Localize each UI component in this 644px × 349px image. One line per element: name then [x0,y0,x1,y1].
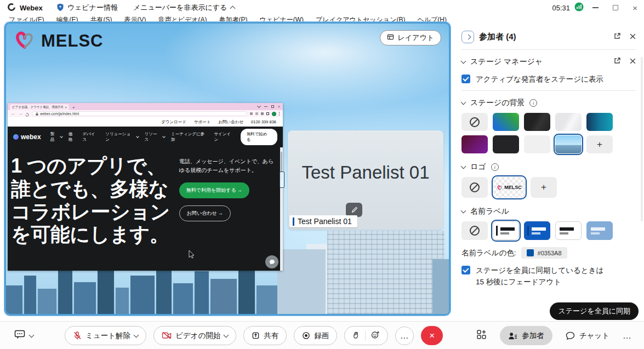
brand-wordmark: MELSC [41,31,104,51]
url-field[interactable]: webex.com/ja/index.html [32,111,247,116]
hero-contact-button[interactable]: お問い合わせ → [179,205,231,221]
background-info-icon[interactable]: i [529,99,537,107]
label-option-white-plain[interactable] [555,221,582,240]
hero-start-free-button[interactable]: 無料で利用を開始する → [179,182,249,198]
bg-swatch-teal[interactable] [586,113,613,131]
chevron-down-icon[interactable] [461,100,466,105]
panelist-video-tile[interactable]: Test Panelist 01 Test Panelist 01 [288,130,443,230]
close-stage-manager-icon[interactable] [629,57,636,67]
utility-support-link[interactable]: サポート [194,119,211,125]
sync-fade-label-line2: 15 秒後にフェードアウト [476,277,636,287]
utility-download-link[interactable]: ダウンロード [161,119,186,125]
popout-stage-manager-icon[interactable] [613,57,621,67]
back-icon[interactable]: ← [11,112,15,116]
bg-swatch-city-selected[interactable] [555,135,582,153]
reactions-smiley-icon[interactable] [371,330,380,341]
video-options-chevron[interactable] [224,332,229,337]
label-option-translucent[interactable] [586,221,613,240]
browser-menu-icon[interactable] [279,112,280,116]
nav-resources[interactable]: リソース [145,131,165,142]
sidepanel-icon[interactable] [266,112,269,115]
logo-option-melsc-selected[interactable]: MELSC [493,177,525,198]
melsc-heart-icon [13,29,37,53]
building [432,259,449,314]
panel-scrollbar[interactable] [641,57,643,221]
unmute-button[interactable]: ミュート解除 [65,326,146,345]
bookmark-star-icon[interactable] [261,112,264,115]
translate-icon[interactable] [250,112,253,115]
panels-more-button[interactable]: … [623,331,632,341]
share-button[interactable]: 共有 [243,326,287,345]
logo-options-row: MELSC + [461,177,636,198]
active-speaker-checkbox[interactable] [461,75,470,83]
layout-button[interactable]: レイアウト [380,30,441,45]
nav-signin[interactable]: サインイン [214,131,235,142]
bg-swatch-light-gray[interactable] [555,113,582,131]
chevron-down-icon[interactable] [461,59,466,64]
bg-swatch-dark-gray[interactable] [524,113,550,131]
browser-maximize-icon[interactable] [271,105,274,108]
bg-swatch-green-blue[interactable] [493,113,519,131]
leave-meeting-button[interactable]: × [421,326,443,345]
bg-swatch-add[interactable]: + [586,135,613,153]
building [277,249,326,314]
browser-tab-search-icon[interactable] [257,104,261,107]
bg-swatch-none[interactable] [461,113,488,131]
more-options-button[interactable]: … [395,327,414,345]
audio-options-chevron[interactable] [134,332,139,337]
browser-tab[interactable]: ビデオ会議、クラウド電話、画面共有 × [10,104,69,110]
captions-menu-chevron[interactable] [29,332,35,337]
logo-option-none[interactable] [461,177,488,198]
browser-close-icon[interactable]: × [278,105,280,108]
bg-swatch-white[interactable] [524,135,550,153]
close-window-button[interactable]: × [632,4,637,12]
nav-devices[interactable]: デバイス [83,131,100,142]
webex-site-logo[interactable]: webex [13,133,41,141]
minimize-button[interactable] [592,7,599,8]
webinar-info-button[interactable]: ウェビナー情報 [57,3,118,13]
name-label-color-picker[interactable]: #0353A8 [521,247,567,259]
chevron-down-icon[interactable] [461,208,466,214]
new-tab-button[interactable]: + [72,105,75,110]
forward-icon[interactable]: → [18,112,22,116]
tab-close-icon[interactable]: × [65,106,67,109]
browser-scrollbar[interactable] [280,147,283,271]
maximize-button[interactable] [613,5,618,10]
browser-minimize-icon[interactable] [264,106,267,107]
stage-resize-handle[interactable] [280,171,284,188]
hide-menubar-button[interactable]: メニューバーを非表示にする [133,3,235,13]
nav-solutions[interactable]: ソリューション [105,131,138,142]
raise-hand-icon[interactable] [352,331,360,341]
connection-quality-icon[interactable] [574,2,584,13]
logo-option-add[interactable]: + [531,177,557,198]
close-panel-icon[interactable] [629,32,636,42]
nav-pricing[interactable]: 価格 [69,131,77,142]
label-option-accent-bar-selected[interactable] [493,221,519,240]
sync-stage-button[interactable]: ステージを全員に同期 [550,302,639,320]
sync-fade-checkbox[interactable] [461,266,470,274]
utility-contact-link[interactable]: お問い合わせ [218,119,243,125]
bg-swatch-purple[interactable] [461,135,488,153]
logo-info-icon[interactable]: i [491,163,499,171]
nav-products[interactable]: 製品 [50,131,62,142]
logo-section-title: ロゴ [470,162,486,172]
nav-join-meeting[interactable]: ミーティングに参加 [171,131,208,142]
apps-icon[interactable] [476,329,487,342]
label-option-blue-filled[interactable] [524,221,550,240]
captions-icon[interactable] [14,330,25,341]
utility-phone-number: 0120 339 836 [251,119,276,124]
participants-toggle-button[interactable]: 参加者 [500,326,552,345]
share-page-icon[interactable] [255,112,258,115]
site-chat-bubble-icon[interactable] [265,255,278,268]
bg-swatch-black[interactable] [493,135,519,153]
label-option-none[interactable] [461,221,488,240]
popout-panel-icon[interactable] [613,32,621,42]
start-video-button[interactable]: ビデオの開始 [153,326,236,345]
reload-icon[interactable] [25,109,29,119]
profile-avatar[interactable] [272,112,276,116]
collapse-panel-button[interactable] [461,31,474,43]
record-button[interactable]: 録画 [294,326,337,345]
chevron-down-icon[interactable] [461,164,466,169]
chat-button[interactable]: チャット [566,326,609,345]
nav-start-free-button[interactable]: 無料で始める [241,129,277,145]
